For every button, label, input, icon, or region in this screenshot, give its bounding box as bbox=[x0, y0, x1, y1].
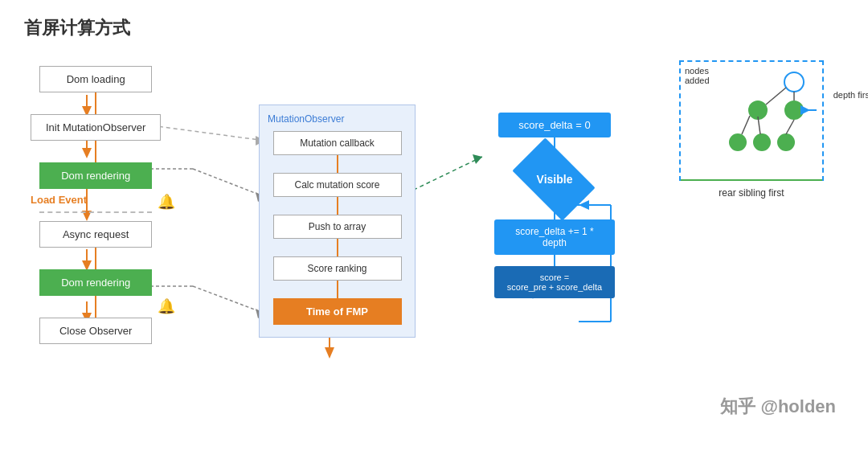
mutation-observer-label: MutationObserver bbox=[268, 113, 344, 125]
arrow-connector-2 bbox=[95, 141, 96, 162]
depth-first-label: depth first bbox=[833, 90, 868, 100]
score-delta-increment-box: score_delta += 1 * depth bbox=[494, 219, 615, 255]
mo-arrow-2 bbox=[337, 197, 338, 215]
tree-diagram-box: nodes added bbox=[679, 60, 824, 181]
left-column: Dom loading Init MutationObserver Dom re… bbox=[31, 66, 161, 344]
tree-diagram: nodes added bbox=[679, 60, 852, 199]
svg-point-47 bbox=[729, 133, 747, 151]
arrow-connector-3 bbox=[95, 248, 96, 269]
svg-line-16 bbox=[193, 286, 265, 314]
mo-arrow-4 bbox=[337, 281, 338, 298]
svg-point-42 bbox=[784, 72, 804, 92]
visible-diamond-container: Visible bbox=[514, 152, 595, 208]
score-delta-zero-box: score_delta = 0 bbox=[498, 113, 611, 137]
push-to-array-box: Push to array bbox=[273, 215, 402, 239]
fc-arrow-3 bbox=[554, 255, 555, 266]
init-mutation-observer-box: Init MutationObserver bbox=[31, 114, 161, 141]
calc-mutation-score-box: Calc mutation score bbox=[273, 173, 402, 197]
dashed-divider bbox=[39, 211, 152, 213]
close-observer-box: Close Observer bbox=[39, 318, 152, 344]
dom-rendering-2-box: Dom rendering bbox=[39, 269, 152, 296]
bell-icon-1: 🔔 bbox=[158, 193, 175, 211]
svg-line-10 bbox=[145, 125, 265, 141]
svg-line-45 bbox=[766, 88, 786, 105]
svg-marker-25 bbox=[325, 347, 334, 359]
time-of-fmp-box: Time of FMP bbox=[273, 298, 402, 325]
flowchart-section: score_delta = 0 Visible score_delta += 1… bbox=[482, 113, 627, 298]
score-ranking-box: Score ranking bbox=[273, 256, 402, 281]
svg-line-52 bbox=[786, 120, 794, 134]
svg-line-13 bbox=[193, 169, 265, 197]
svg-point-48 bbox=[753, 133, 771, 151]
rear-sibling-label: rear sibling first bbox=[679, 187, 824, 199]
svg-marker-27 bbox=[473, 154, 482, 164]
mo-arrow-1 bbox=[337, 155, 338, 173]
arrow-connector-4 bbox=[95, 296, 96, 318]
svg-line-50 bbox=[742, 116, 750, 134]
bell-icon-2: 🔔 bbox=[158, 297, 175, 315]
dom-loading-box: Dom loading bbox=[39, 66, 152, 92]
page-title: 首屏计算方式 bbox=[24, 16, 852, 40]
watermark: 知乎 @holden bbox=[720, 395, 836, 419]
visible-diamond-label: Visible bbox=[514, 152, 595, 207]
arrow-connector-1 bbox=[95, 92, 96, 114]
nodes-added-label: nodes added bbox=[685, 66, 710, 85]
dom-rendering-1-box: Dom rendering bbox=[39, 162, 152, 189]
tree-svg bbox=[714, 70, 818, 166]
bottom-arrow-line bbox=[681, 179, 822, 181]
async-request-box: Async request bbox=[39, 221, 152, 248]
score-final-box: score = score_pre + score_delta bbox=[494, 266, 615, 298]
load-event-label: Load Event bbox=[31, 189, 87, 210]
mutation-callback-box: Mutation callback bbox=[273, 131, 402, 155]
mutation-observer-section: MutationObserver Mutation callback Calc … bbox=[259, 105, 416, 338]
svg-point-49 bbox=[777, 133, 795, 151]
mo-arrow-3 bbox=[337, 239, 338, 256]
